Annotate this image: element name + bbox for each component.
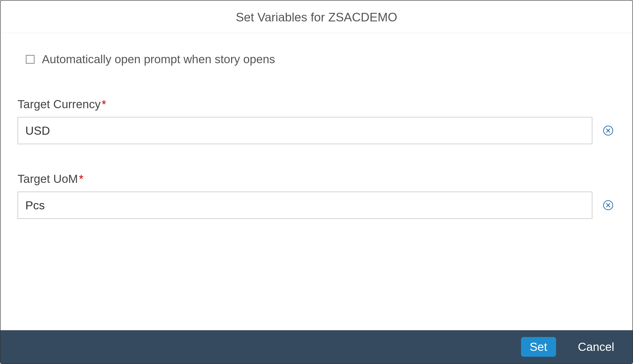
auto-open-checkbox[interactable] [26,55,35,64]
required-indicator: * [79,172,84,185]
set-button[interactable]: Set [521,337,556,357]
target-currency-clear-button[interactable] [601,123,615,138]
target-currency-label: Target Currency* [18,98,615,111]
target-uom-group: Target UoM* [18,172,615,219]
target-currency-input[interactable] [18,117,592,144]
dialog-header: Set Variables for ZSACDEMO [1,0,632,33]
target-uom-input[interactable] [18,192,592,219]
target-currency-group: Target Currency* [18,98,615,144]
auto-open-checkbox-row: Automatically open prompt when story ope… [18,52,615,66]
dialog-body: Automatically open prompt when story ope… [1,33,632,330]
target-uom-row [18,192,615,219]
dialog-title: Set Variables for ZSACDEMO [5,10,628,24]
target-uom-label: Target UoM* [18,172,615,186]
target-currency-label-text: Target Currency [18,98,101,111]
dialog-footer: Set Cancel [1,330,632,364]
target-uom-label-text: Target UoM [18,172,78,185]
clear-icon [603,200,613,210]
target-currency-row [18,117,615,144]
clear-icon [603,125,613,136]
cancel-button[interactable]: Cancel [569,337,623,356]
set-variables-dialog: Set Variables for ZSACDEMO Automatically… [0,0,633,364]
auto-open-checkbox-label: Automatically open prompt when story ope… [42,52,275,66]
target-uom-clear-button[interactable] [601,198,615,212]
required-indicator: * [102,98,106,111]
